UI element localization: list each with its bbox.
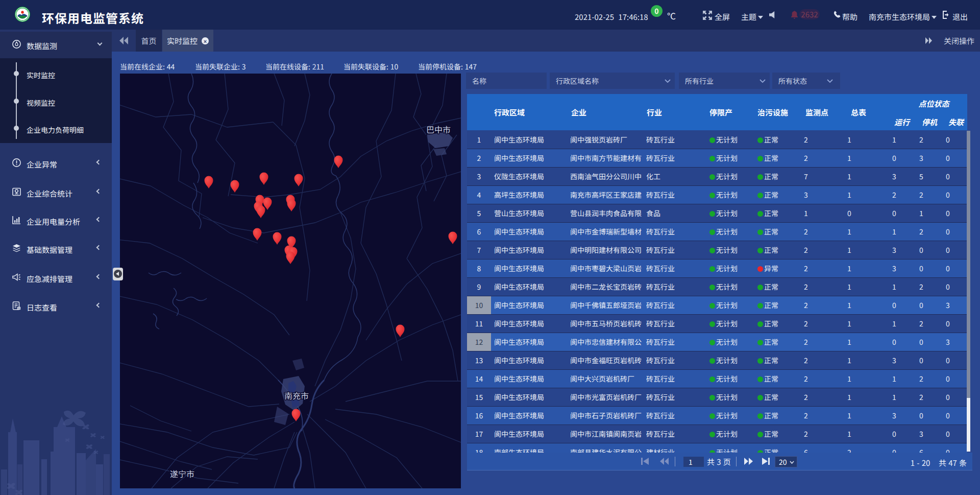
svg-text:巴中市: 巴中市 (426, 123, 451, 135)
svg-text:南充市: 南充市 (284, 389, 309, 402)
svg-text:遂宁市: 遂宁市 (170, 467, 194, 480)
